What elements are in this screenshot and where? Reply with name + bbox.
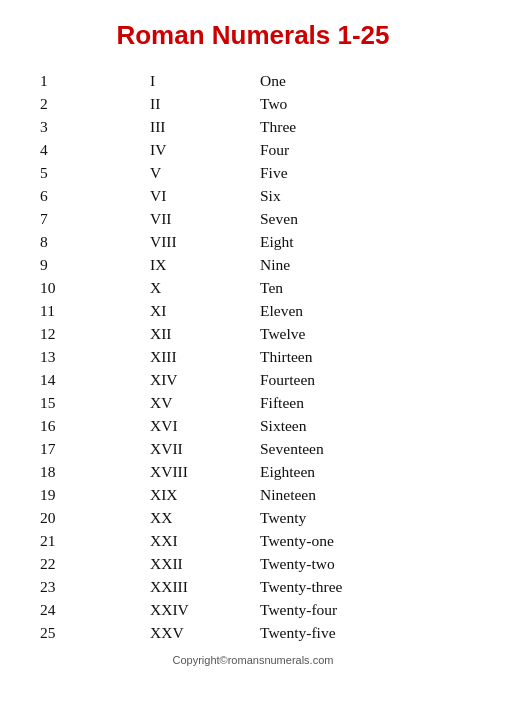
numeral-number: 25 bbox=[30, 621, 90, 644]
numeral-word: Nine bbox=[250, 253, 476, 276]
numerals-table: 1IOne2IITwo3IIIThree4IVFour5VFive6VISix7… bbox=[30, 69, 476, 644]
numeral-roman: XVIII bbox=[90, 460, 250, 483]
table-row: 21XXITwenty-one bbox=[30, 529, 476, 552]
numeral-word: Twenty-three bbox=[250, 575, 476, 598]
numeral-number: 14 bbox=[30, 368, 90, 391]
numeral-number: 22 bbox=[30, 552, 90, 575]
numeral-roman: VIII bbox=[90, 230, 250, 253]
numeral-roman: XXV bbox=[90, 621, 250, 644]
table-row: 6VISix bbox=[30, 184, 476, 207]
table-row: 22XXIITwenty-two bbox=[30, 552, 476, 575]
numeral-number: 16 bbox=[30, 414, 90, 437]
numeral-roman: XVI bbox=[90, 414, 250, 437]
numeral-word: Thirteen bbox=[250, 345, 476, 368]
numeral-word: Two bbox=[250, 92, 476, 115]
numeral-word: Twenty-five bbox=[250, 621, 476, 644]
table-row: 7VIISeven bbox=[30, 207, 476, 230]
table-row: 14XIVFourteen bbox=[30, 368, 476, 391]
numeral-word: Twenty-four bbox=[250, 598, 476, 621]
numeral-number: 1 bbox=[30, 69, 90, 92]
numeral-number: 2 bbox=[30, 92, 90, 115]
numeral-roman: XXIV bbox=[90, 598, 250, 621]
numeral-number: 4 bbox=[30, 138, 90, 161]
numeral-word: Eight bbox=[250, 230, 476, 253]
table-row: 20XXTwenty bbox=[30, 506, 476, 529]
numeral-number: 23 bbox=[30, 575, 90, 598]
numeral-roman: XIX bbox=[90, 483, 250, 506]
numeral-roman: XI bbox=[90, 299, 250, 322]
numeral-number: 10 bbox=[30, 276, 90, 299]
table-row: 13XIIIThirteen bbox=[30, 345, 476, 368]
numeral-number: 17 bbox=[30, 437, 90, 460]
numeral-word: One bbox=[250, 69, 476, 92]
numeral-roman: X bbox=[90, 276, 250, 299]
numeral-word: Four bbox=[250, 138, 476, 161]
numeral-roman: XXII bbox=[90, 552, 250, 575]
numeral-word: Sixteen bbox=[250, 414, 476, 437]
numeral-roman: XIII bbox=[90, 345, 250, 368]
numeral-roman: V bbox=[90, 161, 250, 184]
page: Roman Numerals 1-25 1IOne2IITwo3IIIThree… bbox=[0, 0, 506, 727]
numeral-word: Six bbox=[250, 184, 476, 207]
numeral-roman: VI bbox=[90, 184, 250, 207]
numeral-word: Twenty-one bbox=[250, 529, 476, 552]
table-row: 17XVIISeventeen bbox=[30, 437, 476, 460]
numeral-number: 18 bbox=[30, 460, 90, 483]
table-row: 2IITwo bbox=[30, 92, 476, 115]
table-row: 11XIEleven bbox=[30, 299, 476, 322]
numeral-roman: I bbox=[90, 69, 250, 92]
numeral-roman: XII bbox=[90, 322, 250, 345]
numeral-roman: IX bbox=[90, 253, 250, 276]
numeral-number: 6 bbox=[30, 184, 90, 207]
numeral-roman: XV bbox=[90, 391, 250, 414]
page-title: Roman Numerals 1-25 bbox=[116, 20, 389, 51]
table-row: 18XVIIIEighteen bbox=[30, 460, 476, 483]
numeral-roman: XXIII bbox=[90, 575, 250, 598]
table-row: 24XXIVTwenty-four bbox=[30, 598, 476, 621]
table-row: 23XXIIITwenty-three bbox=[30, 575, 476, 598]
numeral-number: 13 bbox=[30, 345, 90, 368]
numeral-word: Twenty-two bbox=[250, 552, 476, 575]
table-row: 19XIXNineteen bbox=[30, 483, 476, 506]
table-row: 9IXNine bbox=[30, 253, 476, 276]
numeral-word: Twenty bbox=[250, 506, 476, 529]
table-row: 3IIIThree bbox=[30, 115, 476, 138]
numeral-number: 9 bbox=[30, 253, 90, 276]
numeral-word: Fifteen bbox=[250, 391, 476, 414]
table-row: 16XVISixteen bbox=[30, 414, 476, 437]
numeral-word: Eighteen bbox=[250, 460, 476, 483]
numeral-word: Twelve bbox=[250, 322, 476, 345]
numeral-word: Eleven bbox=[250, 299, 476, 322]
numeral-roman: XVII bbox=[90, 437, 250, 460]
numeral-number: 3 bbox=[30, 115, 90, 138]
numeral-number: 8 bbox=[30, 230, 90, 253]
numeral-word: Seventeen bbox=[250, 437, 476, 460]
numeral-roman: VII bbox=[90, 207, 250, 230]
table-row: 5VFive bbox=[30, 161, 476, 184]
numeral-number: 24 bbox=[30, 598, 90, 621]
table-row: 4IVFour bbox=[30, 138, 476, 161]
numeral-number: 11 bbox=[30, 299, 90, 322]
numeral-word: Five bbox=[250, 161, 476, 184]
numeral-roman: XX bbox=[90, 506, 250, 529]
table-row: 8VIIIEight bbox=[30, 230, 476, 253]
numeral-word: Nineteen bbox=[250, 483, 476, 506]
numeral-number: 19 bbox=[30, 483, 90, 506]
numeral-word: Three bbox=[250, 115, 476, 138]
numeral-number: 20 bbox=[30, 506, 90, 529]
numeral-word: Fourteen bbox=[250, 368, 476, 391]
numeral-word: Ten bbox=[250, 276, 476, 299]
table-row: 12XIITwelve bbox=[30, 322, 476, 345]
numeral-number: 15 bbox=[30, 391, 90, 414]
table-row: 10XTen bbox=[30, 276, 476, 299]
numeral-word: Seven bbox=[250, 207, 476, 230]
numeral-roman: IV bbox=[90, 138, 250, 161]
numeral-roman: II bbox=[90, 92, 250, 115]
numeral-roman: XIV bbox=[90, 368, 250, 391]
table-row: 1IOne bbox=[30, 69, 476, 92]
copyright: Copyright©romansnumerals.com bbox=[173, 654, 334, 666]
numeral-number: 12 bbox=[30, 322, 90, 345]
numeral-number: 21 bbox=[30, 529, 90, 552]
numeral-number: 7 bbox=[30, 207, 90, 230]
table-row: 15XVFifteen bbox=[30, 391, 476, 414]
